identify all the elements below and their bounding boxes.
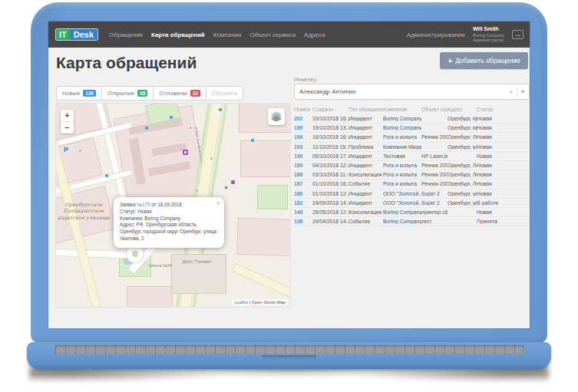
table-cell-status: Новая bbox=[477, 209, 530, 215]
church-cross-icon: + bbox=[224, 184, 228, 192]
ticket-number-link[interactable]: 189 bbox=[294, 163, 312, 168]
add-request-button[interactable]: + Добавить обращение bbox=[440, 52, 528, 69]
close-icon[interactable]: × bbox=[216, 199, 220, 209]
filter-open-button[interactable]: Открытые 45 bbox=[101, 86, 153, 100]
col-address[interactable]: Адрес bbox=[448, 107, 477, 112]
table-row: 19416/10/2018 16:...ИнцидентРога и копыт… bbox=[294, 133, 530, 142]
zoom-in-button[interactable]: + bbox=[61, 110, 74, 121]
table-row: 14826/05/2018 12:...КонсультацияBoring C… bbox=[294, 208, 530, 217]
col-status[interactable]: Статус bbox=[477, 107, 530, 112]
col-type[interactable]: Тип обращения bbox=[348, 107, 383, 112]
poi-icon bbox=[105, 174, 108, 177]
table-cell-status: Новая bbox=[477, 116, 530, 121]
request-number-link[interactable]: №179 bbox=[137, 202, 150, 207]
ticket-number-link[interactable]: 193 bbox=[294, 144, 312, 150]
nav-item-requests[interactable]: Обращения bbox=[109, 31, 143, 38]
table-cell-type: Инцидент bbox=[348, 125, 383, 130]
table-cell-status: Новая bbox=[477, 181, 530, 186]
ticket-number-link[interactable]: 186 bbox=[294, 191, 312, 196]
ticket-number-link[interactable]: 194 bbox=[294, 134, 312, 140]
col-service-object[interactable]: Объект сервиса bbox=[421, 107, 448, 112]
table-row: 18803/10/2018 11:...КонсультацияРога и к… bbox=[294, 170, 530, 180]
table-cell-status: В работе bbox=[477, 200, 530, 206]
nav-item-service-object[interactable]: Объект сервиса bbox=[250, 31, 296, 38]
table-cell-address: Оренбург, Лен... bbox=[448, 163, 477, 168]
shop-icon bbox=[231, 180, 235, 184]
parking-icon: P bbox=[64, 146, 68, 153]
table-header: Номер Создано ↓ Тип обращения Компания О… bbox=[294, 104, 530, 114]
nav-item-addresses[interactable]: Адреса bbox=[304, 31, 325, 38]
ticket-number-link[interactable]: 190 bbox=[294, 153, 312, 159]
table-cell-company: Рога и копыта bbox=[383, 134, 421, 140]
filter-group: Новые 130 Открытые 45 Отложены 13 Сброси… bbox=[56, 86, 243, 100]
table-cell-created: 26/05/2018 12:... bbox=[312, 209, 348, 215]
table-cell-address: Оренбург, Лен... bbox=[448, 134, 477, 140]
requests-map[interactable]: ДКиС "Газовик" Школа №34 Оренбургское Пр… bbox=[56, 104, 290, 307]
table-cell-type: Консультация bbox=[348, 209, 383, 215]
filter-reset-button[interactable]: Сбросить bbox=[206, 86, 243, 100]
map-road bbox=[233, 264, 290, 301]
col-created[interactable]: Создано ↓ bbox=[312, 107, 348, 112]
table-cell-service_object: Super 2 bbox=[421, 200, 448, 206]
poi-icon bbox=[170, 116, 173, 119]
ticket-number-link[interactable]: 187 bbox=[294, 181, 312, 186]
table-cell-company: Boring Company bbox=[383, 209, 421, 215]
filter-open-label: Открытые bbox=[107, 90, 134, 97]
table-cell-service_object: HP LaserJet Pr... bbox=[421, 153, 448, 159]
engineer-value: Александр Антипин bbox=[299, 88, 509, 95]
filter-new-button[interactable]: Новые 130 bbox=[56, 86, 101, 100]
table-cell-status: Новая bbox=[477, 153, 530, 159]
ticket-number-link[interactable]: 188 bbox=[294, 172, 312, 177]
popup-company: Компания: Boring Company bbox=[120, 216, 217, 222]
ticket-number-link[interactable]: 182 bbox=[294, 200, 312, 206]
ticket-number-link[interactable]: 202 bbox=[294, 116, 312, 121]
engineer-label: Инженер bbox=[294, 77, 316, 82]
engineer-select[interactable]: Александр Антипин × ▾ bbox=[294, 84, 530, 100]
laptop-notch bbox=[262, 355, 316, 363]
table-cell-type: Инцидент bbox=[348, 116, 383, 121]
layers-control[interactable] bbox=[268, 108, 285, 125]
clear-icon[interactable]: × bbox=[509, 88, 513, 95]
table-cell-service_object: тест bbox=[421, 219, 448, 224]
table-cell-status: Новая bbox=[477, 134, 530, 140]
filter-reset-label: Сбросить bbox=[212, 90, 237, 97]
table-cell-type: Инцидент bbox=[348, 163, 383, 168]
ticket-number-link[interactable]: 148 bbox=[294, 209, 312, 215]
leaflet-link[interactable]: Leaflet bbox=[235, 300, 248, 305]
table-row: 19919/10/2018 13:...ИнцидентBoring Compa… bbox=[294, 124, 530, 133]
table-cell-address: Оренбург, ули... bbox=[448, 200, 477, 206]
table-row: 13824/04/2018 14:...СобытиеBoring Compan… bbox=[294, 217, 530, 226]
ticket-rows: 20219/10/2018 16:...ИнцидентBoring Compa… bbox=[294, 114, 530, 226]
osm-link[interactable]: Open Street Map bbox=[252, 300, 286, 305]
table-cell-created: 11/10/2018 15:... bbox=[312, 144, 348, 150]
col-number[interactable]: Номер bbox=[294, 107, 312, 112]
filter-deferred-label: Отложены bbox=[159, 90, 187, 97]
user-name: Will Smith bbox=[473, 26, 504, 33]
table-cell-created: 01/10/2018 16:... bbox=[312, 181, 348, 186]
table-cell-address: Оренбург, про... bbox=[448, 125, 477, 130]
itdesk-logo[interactable]: IT Desk bbox=[55, 28, 98, 41]
logout-icon[interactable]: → bbox=[512, 30, 524, 39]
nav-item-requests-map[interactable]: Карта обращений bbox=[151, 31, 205, 38]
map-popup: × Заявка №179 от 18.09.2018 Статус: Нова… bbox=[114, 197, 224, 248]
ticket-number-link[interactable]: 199 bbox=[294, 125, 312, 130]
select-icons: × ▾ bbox=[509, 87, 524, 96]
user-info[interactable]: Will Smith Boring Company Администратор bbox=[473, 26, 504, 44]
filter-deferred-button[interactable]: Отложены 13 bbox=[153, 86, 206, 100]
map-tree bbox=[190, 127, 192, 129]
table-row: 19311/10/2018 15:...ПроблемаКомпания Meg… bbox=[294, 143, 530, 152]
zoom-out-button[interactable]: − bbox=[61, 122, 74, 133]
table-cell-type: Инцидент bbox=[348, 191, 383, 196]
table-row: 18904/10/2018 12:...ИнцидентРога и копыт… bbox=[294, 161, 530, 170]
map-zoom-control: + − bbox=[61, 110, 74, 133]
map-park bbox=[257, 185, 288, 209]
col-company[interactable]: Компания bbox=[383, 107, 421, 112]
nav-item-administration[interactable]: Администрирование bbox=[407, 31, 465, 38]
chevron-down-icon[interactable]: ▾ bbox=[521, 88, 524, 95]
ticket-number-link[interactable]: 138 bbox=[294, 219, 312, 224]
table-cell-service_object: Речник 2000 bbox=[421, 172, 448, 177]
table-row: 18601/10/2018 12:...ИнцидентООО "Золотой… bbox=[294, 189, 530, 199]
poi-icon bbox=[219, 108, 222, 111]
table-cell-created: 24/09/2018 14:... bbox=[312, 200, 348, 206]
nav-item-companies[interactable]: Компании bbox=[213, 31, 242, 38]
